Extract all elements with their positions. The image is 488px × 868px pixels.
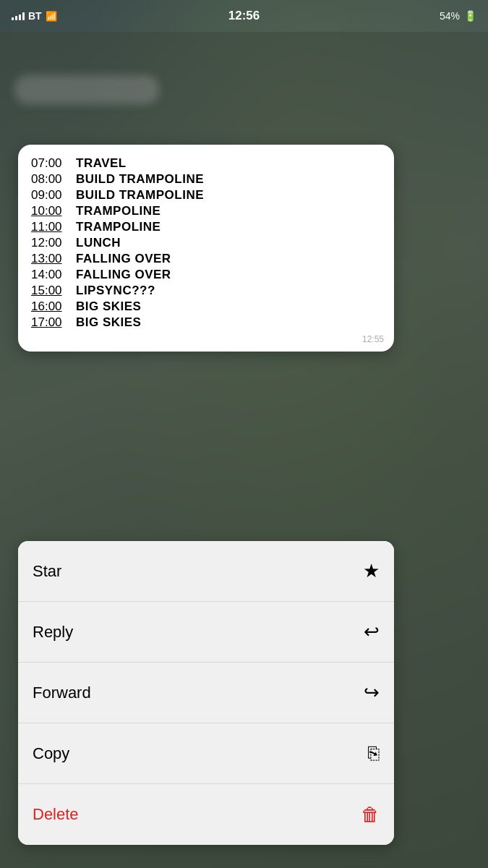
schedule-row: 10:00TRAMPOLINE xyxy=(31,204,381,218)
schedule-activity: BIG SKIES xyxy=(76,315,141,330)
schedule-time: 10:00 xyxy=(31,204,76,218)
schedule-row: 11:00TRAMPOLINE xyxy=(31,220,381,234)
schedule-row: 13:00FALLING OVER xyxy=(31,252,381,266)
schedule-activity: FALLING OVER xyxy=(76,268,171,282)
context-menu: Star★Reply↩Forward↪Copy⎘Delete🗑 xyxy=(18,541,394,845)
schedule-activity: FALLING OVER xyxy=(76,252,171,266)
schedule-time: 15:00 xyxy=(31,284,76,298)
schedule-activity: LUNCH xyxy=(76,236,121,250)
battery-percentage: 54% xyxy=(440,10,460,22)
schedule-activity: BUILD TRAMPOLINE xyxy=(76,172,204,187)
schedule-row: 17:00BIG SKIES xyxy=(31,315,381,330)
schedule-activity: TRAVEL xyxy=(76,156,127,171)
menu-item-star[interactable]: Star★ xyxy=(18,541,394,602)
carrier-label: BT xyxy=(28,10,42,22)
schedule-time: 17:00 xyxy=(31,315,76,330)
schedule-time: 09:00 xyxy=(31,188,76,203)
schedule-time: 11:00 xyxy=(31,220,76,234)
schedule-activity: BIG SKIES xyxy=(76,299,141,314)
schedule-row: 09:00BUILD TRAMPOLINE xyxy=(31,188,381,203)
message-timestamp: 12:55 xyxy=(362,334,384,344)
schedule-activity: LIPSYNC??? xyxy=(76,284,155,298)
schedule-row: 12:00LUNCH xyxy=(31,236,381,250)
menu-icon-forward: ↪ xyxy=(364,681,380,704)
wifi-icon: 📶 xyxy=(46,11,57,22)
menu-icon-star: ★ xyxy=(363,560,380,582)
status-left: BT 📶 xyxy=(12,10,57,22)
signal-icon xyxy=(12,12,25,20)
message-card: 07:00TRAVEL08:00BUILD TRAMPOLINE09:00BUI… xyxy=(18,145,394,352)
menu-icon-reply: ↩ xyxy=(364,621,380,643)
status-bar: BT 📶 12:56 54% 🔋 xyxy=(0,0,488,32)
schedule-row: 14:00FALLING OVER xyxy=(31,268,381,282)
schedule-time: 07:00 xyxy=(31,156,76,171)
menu-label-copy: Copy xyxy=(33,744,69,763)
blurred-bubble xyxy=(14,75,159,104)
schedule-time: 12:00 xyxy=(31,236,76,250)
menu-label-forward: Forward xyxy=(33,684,91,702)
menu-item-copy[interactable]: Copy⎘ xyxy=(18,723,394,784)
schedule-time: 08:00 xyxy=(31,172,76,187)
menu-icon-copy: ⎘ xyxy=(368,742,380,765)
schedule-time: 16:00 xyxy=(31,299,76,314)
menu-label-reply: Reply xyxy=(33,623,73,642)
schedule-activity: TRAMPOLINE xyxy=(76,220,160,234)
battery-icon: 🔋 xyxy=(464,10,476,22)
menu-item-delete[interactable]: Delete🗑 xyxy=(18,784,394,845)
schedule-row: 16:00BIG SKIES xyxy=(31,299,381,314)
schedule-row: 15:00LIPSYNC??? xyxy=(31,284,381,298)
menu-label-star: Star xyxy=(33,562,61,581)
menu-item-forward[interactable]: Forward↪ xyxy=(18,663,394,723)
status-time: 12:56 xyxy=(228,9,260,23)
schedule-row: 08:00BUILD TRAMPOLINE xyxy=(31,172,381,187)
schedule-time: 14:00 xyxy=(31,268,76,282)
schedule-time: 13:00 xyxy=(31,252,76,266)
schedule-activity: TRAMPOLINE xyxy=(76,204,160,218)
menu-label-delete: Delete xyxy=(33,805,79,824)
menu-item-reply[interactable]: Reply↩ xyxy=(18,602,394,663)
schedule-activity: BUILD TRAMPOLINE xyxy=(76,188,204,203)
schedule-row: 07:00TRAVEL xyxy=(31,156,381,171)
status-right: 54% 🔋 xyxy=(440,10,476,22)
menu-icon-delete: 🗑 xyxy=(361,804,380,826)
